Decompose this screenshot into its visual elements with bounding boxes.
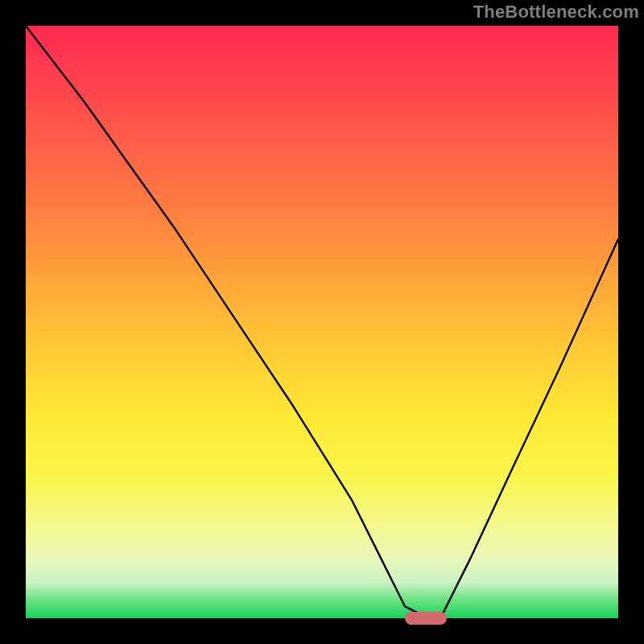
chart-stage: TheBottleneck.com [0, 0, 644, 644]
watermark-text: TheBottleneck.com [473, 2, 639, 23]
plot-area [26, 26, 618, 618]
optimal-marker [405, 612, 447, 625]
curve-path [26, 26, 618, 618]
bottleneck-curve [26, 26, 618, 618]
